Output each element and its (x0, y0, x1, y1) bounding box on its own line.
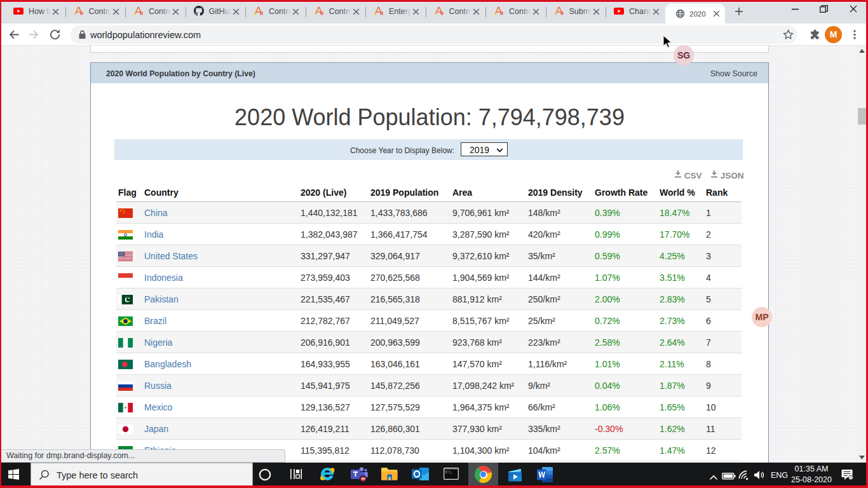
svg-text:C:\_: C:\_ (445, 471, 454, 475)
